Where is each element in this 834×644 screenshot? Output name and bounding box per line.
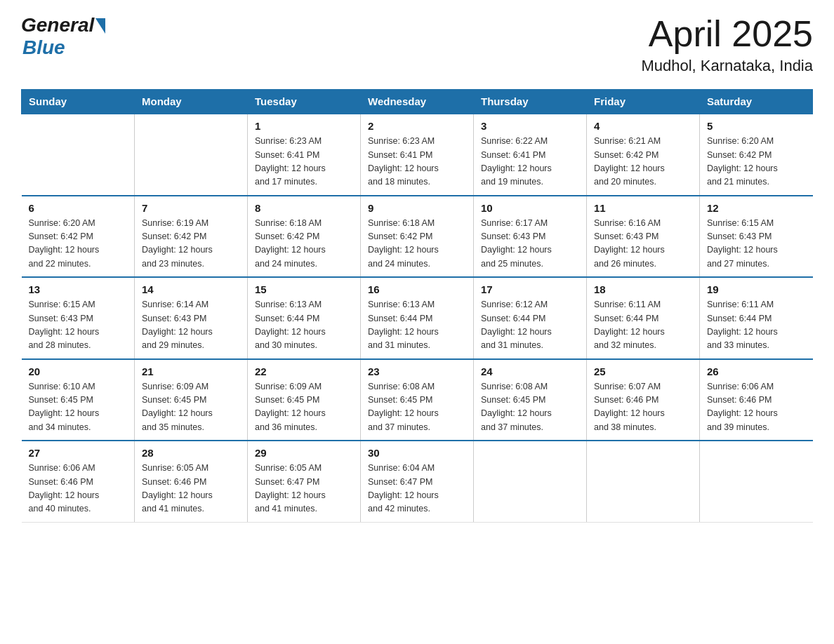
- day-number: 18: [594, 283, 692, 295]
- day-number: 7: [142, 202, 240, 214]
- col-monday: Monday: [135, 90, 248, 114]
- calendar-week-row: 20Sunrise: 6:10 AM Sunset: 6:45 PM Dayli…: [22, 359, 813, 441]
- day-info: Sunrise: 6:08 AM Sunset: 6:45 PM Dayligh…: [368, 380, 466, 435]
- day-info: Sunrise: 6:07 AM Sunset: 6:46 PM Dayligh…: [594, 380, 692, 435]
- table-row: [22, 114, 135, 196]
- day-info: Sunrise: 6:05 AM Sunset: 6:46 PM Dayligh…: [142, 462, 240, 516]
- day-info: Sunrise: 6:04 AM Sunset: 6:47 PM Dayligh…: [368, 462, 466, 516]
- day-info: Sunrise: 6:15 AM Sunset: 6:43 PM Dayligh…: [707, 217, 806, 271]
- day-info: Sunrise: 6:18 AM Sunset: 6:42 PM Dayligh…: [368, 217, 466, 271]
- day-number: 16: [368, 283, 466, 295]
- day-info: Sunrise: 6:13 AM Sunset: 6:44 PM Dayligh…: [368, 298, 466, 353]
- calendar-header-row: Sunday Monday Tuesday Wednesday Thursday…: [22, 90, 813, 114]
- day-info: Sunrise: 6:09 AM Sunset: 6:45 PM Dayligh…: [142, 380, 240, 435]
- calendar-week-row: 1Sunrise: 6:23 AM Sunset: 6:41 PM Daylig…: [22, 114, 813, 196]
- day-info: Sunrise: 6:11 AM Sunset: 6:44 PM Dayligh…: [707, 298, 806, 353]
- table-row: 11Sunrise: 6:16 AM Sunset: 6:43 PM Dayli…: [587, 196, 700, 278]
- calendar-title: April 2025: [641, 14, 813, 54]
- day-info: Sunrise: 6:12 AM Sunset: 6:44 PM Dayligh…: [481, 298, 579, 353]
- day-info: Sunrise: 6:17 AM Sunset: 6:43 PM Dayligh…: [481, 217, 579, 271]
- table-row: 5Sunrise: 6:20 AM Sunset: 6:42 PM Daylig…: [700, 114, 813, 196]
- table-row: 22Sunrise: 6:09 AM Sunset: 6:45 PM Dayli…: [248, 359, 361, 441]
- table-row: 18Sunrise: 6:11 AM Sunset: 6:44 PM Dayli…: [587, 277, 700, 359]
- day-number: 2: [368, 120, 466, 132]
- day-number: 3: [481, 120, 579, 132]
- day-number: 15: [255, 283, 353, 295]
- col-wednesday: Wednesday: [361, 90, 474, 114]
- col-tuesday: Tuesday: [248, 90, 361, 114]
- day-info: Sunrise: 6:14 AM Sunset: 6:43 PM Dayligh…: [142, 298, 240, 353]
- day-number: 23: [368, 365, 466, 377]
- table-row: [587, 441, 700, 522]
- table-row: [474, 441, 587, 522]
- table-row: 8Sunrise: 6:18 AM Sunset: 6:42 PM Daylig…: [248, 196, 361, 278]
- day-number: 14: [142, 283, 240, 295]
- table-row: 10Sunrise: 6:17 AM Sunset: 6:43 PM Dayli…: [474, 196, 587, 278]
- table-row: 6Sunrise: 6:20 AM Sunset: 6:42 PM Daylig…: [22, 196, 135, 278]
- day-number: 5: [707, 120, 806, 132]
- day-number: 1: [255, 120, 353, 132]
- table-row: 20Sunrise: 6:10 AM Sunset: 6:45 PM Dayli…: [22, 359, 135, 441]
- table-row: 14Sunrise: 6:14 AM Sunset: 6:43 PM Dayli…: [135, 277, 248, 359]
- table-row: 24Sunrise: 6:08 AM Sunset: 6:45 PM Dayli…: [474, 359, 587, 441]
- table-row: 25Sunrise: 6:07 AM Sunset: 6:46 PM Dayli…: [587, 359, 700, 441]
- table-row: 23Sunrise: 6:08 AM Sunset: 6:45 PM Dayli…: [361, 359, 474, 441]
- day-number: 27: [29, 447, 128, 459]
- day-number: 19: [707, 283, 806, 295]
- calendar-table: Sunday Monday Tuesday Wednesday Thursday…: [21, 89, 813, 523]
- table-row: 21Sunrise: 6:09 AM Sunset: 6:45 PM Dayli…: [135, 359, 248, 441]
- day-number: 9: [368, 202, 466, 214]
- day-info: Sunrise: 6:13 AM Sunset: 6:44 PM Dayligh…: [255, 298, 353, 353]
- day-info: Sunrise: 6:20 AM Sunset: 6:42 PM Dayligh…: [29, 217, 128, 271]
- table-row: 1Sunrise: 6:23 AM Sunset: 6:41 PM Daylig…: [248, 114, 361, 196]
- day-number: 21: [142, 365, 240, 377]
- day-number: 26: [707, 365, 806, 377]
- day-number: 25: [594, 365, 692, 377]
- day-number: 10: [481, 202, 579, 214]
- day-number: 30: [368, 447, 466, 459]
- table-row: 29Sunrise: 6:05 AM Sunset: 6:47 PM Dayli…: [248, 441, 361, 522]
- table-row: 26Sunrise: 6:06 AM Sunset: 6:46 PM Dayli…: [700, 359, 813, 441]
- logo-general-text: General: [21, 14, 94, 36]
- col-saturday: Saturday: [700, 90, 813, 114]
- day-info: Sunrise: 6:05 AM Sunset: 6:47 PM Dayligh…: [255, 462, 353, 516]
- day-info: Sunrise: 6:06 AM Sunset: 6:46 PM Dayligh…: [707, 380, 806, 435]
- day-number: 8: [255, 202, 353, 214]
- day-number: 11: [594, 202, 692, 214]
- calendar-week-row: 13Sunrise: 6:15 AM Sunset: 6:43 PM Dayli…: [22, 277, 813, 359]
- logo-triangle-icon: [95, 18, 105, 34]
- table-row: [135, 114, 248, 196]
- day-info: Sunrise: 6:19 AM Sunset: 6:42 PM Dayligh…: [142, 217, 240, 271]
- page-header: General Blue April 2025 Mudhol, Karnatak…: [21, 14, 813, 75]
- col-thursday: Thursday: [474, 90, 587, 114]
- table-row: 27Sunrise: 6:06 AM Sunset: 6:46 PM Dayli…: [22, 441, 135, 522]
- day-number: 29: [255, 447, 353, 459]
- logo: General Blue: [21, 14, 105, 59]
- table-row: 2Sunrise: 6:23 AM Sunset: 6:41 PM Daylig…: [361, 114, 474, 196]
- day-info: Sunrise: 6:08 AM Sunset: 6:45 PM Dayligh…: [481, 380, 579, 435]
- day-info: Sunrise: 6:21 AM Sunset: 6:42 PM Dayligh…: [594, 135, 692, 189]
- table-row: 9Sunrise: 6:18 AM Sunset: 6:42 PM Daylig…: [361, 196, 474, 278]
- day-number: 13: [29, 283, 128, 295]
- day-number: 28: [142, 447, 240, 459]
- day-info: Sunrise: 6:22 AM Sunset: 6:41 PM Dayligh…: [481, 135, 579, 189]
- table-row: 13Sunrise: 6:15 AM Sunset: 6:43 PM Dayli…: [22, 277, 135, 359]
- table-row: 7Sunrise: 6:19 AM Sunset: 6:42 PM Daylig…: [135, 196, 248, 278]
- day-info: Sunrise: 6:10 AM Sunset: 6:45 PM Dayligh…: [29, 380, 128, 435]
- col-friday: Friday: [587, 90, 700, 114]
- table-row: 28Sunrise: 6:05 AM Sunset: 6:46 PM Dayli…: [135, 441, 248, 522]
- day-info: Sunrise: 6:11 AM Sunset: 6:44 PM Dayligh…: [594, 298, 692, 353]
- calendar-week-row: 6Sunrise: 6:20 AM Sunset: 6:42 PM Daylig…: [22, 196, 813, 278]
- day-info: Sunrise: 6:15 AM Sunset: 6:43 PM Dayligh…: [29, 298, 128, 353]
- day-number: 20: [29, 365, 128, 377]
- table-row: 15Sunrise: 6:13 AM Sunset: 6:44 PM Dayli…: [248, 277, 361, 359]
- table-row: 3Sunrise: 6:22 AM Sunset: 6:41 PM Daylig…: [474, 114, 587, 196]
- table-row: [700, 441, 813, 522]
- calendar-week-row: 27Sunrise: 6:06 AM Sunset: 6:46 PM Dayli…: [22, 441, 813, 522]
- table-row: 16Sunrise: 6:13 AM Sunset: 6:44 PM Dayli…: [361, 277, 474, 359]
- day-info: Sunrise: 6:16 AM Sunset: 6:43 PM Dayligh…: [594, 217, 692, 271]
- table-row: 30Sunrise: 6:04 AM Sunset: 6:47 PM Dayli…: [361, 441, 474, 522]
- day-info: Sunrise: 6:23 AM Sunset: 6:41 PM Dayligh…: [368, 135, 466, 189]
- col-sunday: Sunday: [22, 90, 135, 114]
- day-number: 6: [29, 202, 128, 214]
